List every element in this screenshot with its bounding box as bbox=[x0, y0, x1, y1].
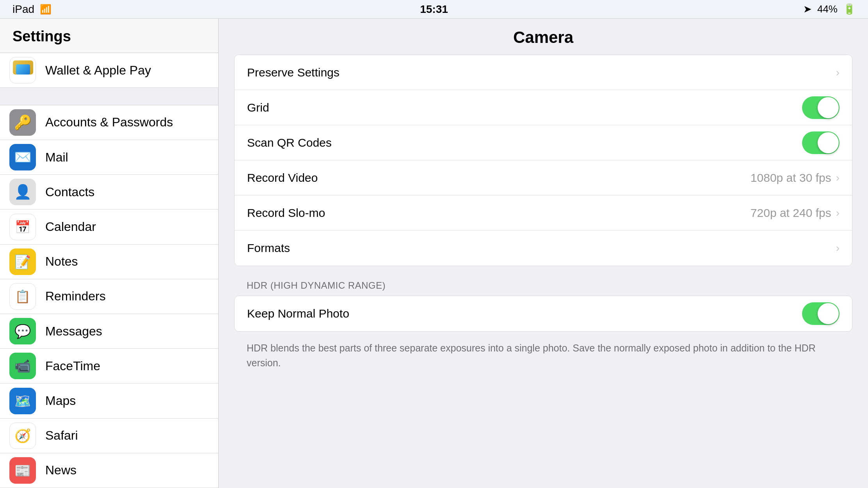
sidebar-item-safari[interactable]: 🧭 Safari bbox=[0, 419, 218, 453]
record-slomo-value: 720p at 240 fps bbox=[751, 206, 831, 220]
grid-toggle[interactable] bbox=[802, 96, 840, 119]
grid-row[interactable]: Grid bbox=[235, 90, 852, 125]
sidebar-item-maps[interactable]: 🗺️ Maps bbox=[0, 383, 218, 418]
sidebar-item-calendar[interactable]: 📅 Calendar bbox=[0, 209, 218, 244]
wallet-icon bbox=[9, 57, 36, 83]
facetime-icon: 📹 bbox=[9, 353, 36, 379]
record-video-value: 1080p at 30 fps bbox=[751, 171, 831, 185]
sidebar-item-label: Notes bbox=[45, 254, 78, 269]
battery-percent: 44% bbox=[817, 3, 838, 15]
sidebar: Settings Wallet & Apple Pay 🔑 Accounts &… bbox=[0, 19, 219, 488]
scan-qr-label: Scan QR Codes bbox=[247, 136, 802, 149]
notes-icon: 📝 bbox=[9, 248, 36, 275]
chevron-icon: › bbox=[836, 172, 840, 184]
scan-qr-row[interactable]: Scan QR Codes bbox=[235, 125, 852, 160]
news-icon: 📰 bbox=[9, 457, 36, 484]
record-slomo-label: Record Slo-mo bbox=[247, 206, 751, 220]
record-video-label: Record Video bbox=[247, 171, 751, 185]
battery-icon: 🔋 bbox=[843, 3, 856, 15]
calendar-icon: 📅 bbox=[9, 214, 36, 240]
chevron-icon: › bbox=[836, 242, 840, 254]
grid-label: Grid bbox=[247, 101, 802, 114]
contacts-icon: 👤 bbox=[9, 179, 36, 205]
sidebar-item-messages[interactable]: 💬 Messages bbox=[0, 314, 218, 349]
location-icon: ➤ bbox=[803, 3, 812, 15]
scan-qr-toggle[interactable] bbox=[802, 131, 840, 154]
sidebar-item-facetime[interactable]: 📹 FaceTime bbox=[0, 349, 218, 383]
content-panel: Camera Preserve Settings › Grid Scan QR … bbox=[219, 19, 868, 488]
safari-icon: 🧭 bbox=[9, 422, 36, 449]
sidebar-item-label: Contacts bbox=[45, 185, 94, 199]
sidebar-title: Settings bbox=[0, 19, 218, 53]
status-left: iPad 📶 bbox=[12, 3, 52, 16]
accounts-icon: 🔑 bbox=[9, 109, 36, 136]
formats-label: Formats bbox=[247, 241, 836, 255]
sidebar-item-label: Accounts & Passwords bbox=[45, 115, 173, 130]
sidebar-item-label: Wallet & Apple Pay bbox=[45, 63, 151, 78]
sidebar-item-label: Safari bbox=[45, 428, 78, 443]
sidebar-item-label: Calendar bbox=[45, 220, 96, 234]
record-video-row[interactable]: Record Video 1080p at 30 fps › bbox=[235, 160, 852, 195]
sidebar-item-label: Maps bbox=[45, 394, 76, 408]
sidebar-item-label: Mail bbox=[45, 150, 68, 165]
preserve-settings-label: Preserve Settings bbox=[247, 66, 836, 79]
preserve-settings-row[interactable]: Preserve Settings › bbox=[235, 55, 852, 90]
messages-icon: 💬 bbox=[9, 318, 36, 344]
sidebar-item-contacts[interactable]: 👤 Contacts bbox=[0, 175, 218, 209]
hdr-section-label: HDR (HIGH DYNAMIC RANGE) bbox=[219, 271, 868, 296]
sidebar-item-reminders[interactable]: 📋 Reminders bbox=[0, 279, 218, 314]
sidebar-item-label: Messages bbox=[45, 324, 102, 339]
chevron-icon: › bbox=[836, 207, 840, 219]
sidebar-item-label: News bbox=[45, 463, 76, 477]
reminders-icon: 📋 bbox=[9, 283, 36, 310]
hdr-description: HDR blends the best parts of three separ… bbox=[219, 336, 868, 380]
status-time: 15:31 bbox=[420, 3, 448, 16]
mail-icon: ✉️ bbox=[9, 144, 36, 170]
record-slomo-row[interactable]: Record Slo-mo 720p at 240 fps › bbox=[235, 195, 852, 231]
sidebar-item-mail[interactable]: ✉️ Mail bbox=[0, 140, 218, 175]
chevron-icon: › bbox=[836, 66, 840, 79]
status-right: ➤ 44% 🔋 bbox=[803, 3, 856, 15]
section-spacer bbox=[0, 88, 218, 105]
keep-normal-photo-label: Keep Normal Photo bbox=[247, 307, 802, 320]
keep-normal-photo-row[interactable]: Keep Normal Photo bbox=[235, 296, 852, 331]
hdr-settings-group: Keep Normal Photo bbox=[234, 296, 852, 332]
sidebar-item-news[interactable]: 📰 News bbox=[0, 453, 218, 488]
keep-normal-photo-toggle[interactable] bbox=[802, 302, 840, 325]
wifi-icon: 📶 bbox=[40, 4, 52, 15]
formats-row[interactable]: Formats › bbox=[235, 231, 852, 266]
device-label: iPad bbox=[12, 3, 34, 16]
main-settings-group: Preserve Settings › Grid Scan QR Codes R… bbox=[234, 55, 852, 266]
sidebar-item-accounts[interactable]: 🔑 Accounts & Passwords bbox=[0, 105, 218, 140]
sidebar-item-wallet[interactable]: Wallet & Apple Pay bbox=[0, 53, 218, 88]
status-bar: iPad 📶 15:31 ➤ 44% 🔋 bbox=[0, 0, 868, 19]
sidebar-item-label: FaceTime bbox=[45, 359, 100, 373]
sidebar-item-notes[interactable]: 📝 Notes bbox=[0, 245, 218, 279]
sidebar-item-label: Reminders bbox=[45, 289, 106, 303]
content-title: Camera bbox=[219, 19, 868, 55]
main-layout: Settings Wallet & Apple Pay 🔑 Accounts &… bbox=[0, 19, 868, 488]
maps-icon: 🗺️ bbox=[9, 388, 36, 414]
